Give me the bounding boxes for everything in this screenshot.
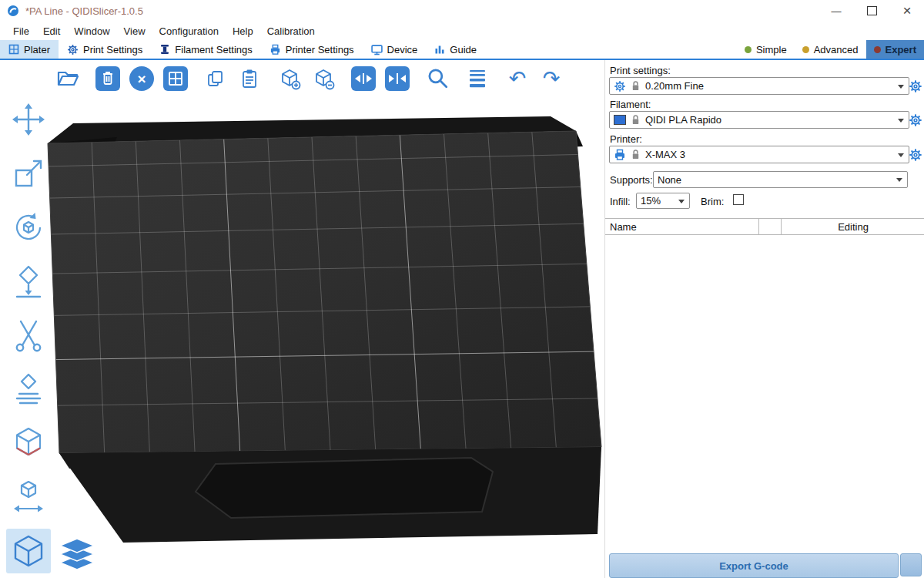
print-settings-value: 0.20mm Fine	[645, 80, 704, 92]
tab-filament-settings[interactable]: Filament Settings	[151, 40, 260, 59]
copy-button[interactable]	[203, 66, 228, 91]
move-tool[interactable]	[9, 100, 48, 139]
measure-tool[interactable]	[9, 478, 48, 516]
print-settings-gear-button[interactable]	[909, 79, 922, 93]
object-list[interactable]	[605, 235, 924, 543]
split-arrows-in-icon	[386, 67, 409, 90]
variable-layer-height-button[interactable]	[465, 66, 490, 91]
object-list-header: Name Editing	[605, 218, 924, 235]
paint-support-tool[interactable]	[9, 370, 48, 408]
plater-icon	[8, 44, 19, 55]
infill-value: 15%	[641, 195, 661, 207]
scale-icon	[11, 156, 46, 191]
circle-x-icon: ×	[137, 72, 146, 86]
filament-label: Filament:	[610, 99, 651, 110]
move-icon	[11, 102, 46, 137]
delete-button[interactable]	[95, 66, 120, 91]
view-mode-switcher	[6, 529, 97, 573]
filament-value: QIDI PLA Rapido	[645, 114, 721, 126]
cube-seam-icon	[11, 425, 46, 461]
arrange-button[interactable]	[163, 66, 188, 91]
title-bar: *PA Line - QIDISlicer-1.0.5	[0, 0, 924, 22]
simple-mode-dot-icon	[745, 46, 752, 53]
menu-edit[interactable]: Edit	[36, 22, 67, 40]
split-to-objects-button[interactable]	[351, 66, 376, 91]
export-options-button[interactable]	[900, 553, 922, 576]
close-button[interactable]: ×	[890, 0, 924, 22]
remove-instance-button[interactable]	[311, 66, 336, 91]
editor-cube-icon	[12, 534, 45, 568]
preview-view-button[interactable]	[57, 535, 97, 573]
print-settings-combo[interactable]: 0.20mm Fine	[609, 77, 909, 95]
gizmo-toolbar	[9, 100, 48, 516]
mode-expert[interactable]: Expert	[866, 40, 924, 59]
export-gcode-label: Export G-code	[719, 560, 788, 572]
cube-plus-icon	[278, 67, 301, 90]
infill-combo[interactable]: 15%	[636, 193, 690, 209]
viewport-3d[interactable]	[0, 60, 604, 578]
mode-label: Expert	[886, 44, 916, 55]
seam-paint-tool[interactable]	[9, 424, 48, 462]
rotate-tool[interactable]	[9, 208, 48, 247]
editor-view-button[interactable]	[6, 529, 51, 573]
expert-mode-dot-icon	[874, 46, 881, 53]
maximize-button[interactable]	[855, 0, 889, 22]
menu-help[interactable]: Help	[226, 22, 260, 40]
place-on-face-icon	[11, 264, 46, 299]
tab-label: Printer Settings	[286, 44, 354, 55]
folder-open-icon	[56, 67, 79, 90]
mode-label: Simple	[756, 44, 787, 55]
tab-print-settings[interactable]: Print Settings	[59, 40, 151, 59]
rotate-icon	[11, 210, 46, 245]
paste-button[interactable]	[237, 66, 262, 91]
tab-device[interactable]: Device	[363, 40, 427, 59]
guide-chart-icon	[434, 44, 445, 55]
brim-label: Brim:	[701, 196, 724, 207]
menu-calibration[interactable]: Calibration	[260, 22, 322, 40]
delete-all-button[interactable]: ×	[129, 66, 154, 91]
undo-button[interactable]: ↶	[505, 66, 530, 91]
place-on-face-tool[interactable]	[9, 262, 48, 301]
printer-gear-button[interactable]	[909, 148, 922, 162]
add-instance-button[interactable]	[277, 66, 302, 91]
window-title: *PA Line - QIDISlicer-1.0.5	[25, 5, 143, 17]
mode-label: Advanced	[814, 44, 859, 55]
export-gcode-button[interactable]: Export G-code	[609, 553, 899, 578]
printer-combo[interactable]: X-MAX 3	[609, 146, 909, 163]
tab-plater[interactable]: Plater	[0, 40, 59, 59]
mode-simple[interactable]: Simple	[737, 40, 795, 59]
chevron-down-icon	[896, 178, 902, 182]
app-logo	[7, 5, 19, 17]
tab-guide[interactable]: Guide	[426, 40, 485, 59]
open-project-button[interactable]	[55, 66, 80, 91]
search-button[interactable]	[425, 66, 450, 91]
menu-window[interactable]: Window	[67, 22, 116, 40]
cut-tool[interactable]	[9, 316, 48, 355]
trash-icon	[96, 67, 119, 90]
scale-tool[interactable]	[9, 154, 48, 193]
brim-checkbox[interactable]	[733, 194, 744, 205]
redo-button[interactable]: ↷	[539, 66, 564, 91]
split-to-parts-button[interactable]	[385, 66, 410, 91]
print-settings-label: Print settings:	[610, 65, 671, 76]
filament-combo[interactable]: QIDI PLA Rapido	[609, 111, 909, 129]
settings-panel: Print settings: 0.20mm Fine Filament: QI…	[604, 60, 924, 578]
tab-label: Device	[387, 44, 418, 55]
layers-preview-icon	[59, 537, 95, 571]
mode-advanced[interactable]: Advanced	[795, 40, 866, 59]
menu-configuration[interactable]: Configuration	[152, 22, 226, 40]
menu-view[interactable]: View	[117, 22, 152, 40]
menu-file[interactable]: File	[6, 22, 36, 40]
printer-label: Printer:	[610, 133, 642, 145]
scissors-icon	[11, 318, 46, 353]
gear-icon	[909, 79, 922, 93]
minimize-button[interactable]: —	[819, 0, 853, 22]
arrange-grid-icon	[164, 67, 187, 90]
tab-printer-settings[interactable]: Printer Settings	[261, 40, 363, 59]
supports-combo[interactable]: None	[653, 171, 908, 188]
chevron-down-icon	[898, 153, 904, 157]
tab-label: Filament Settings	[175, 44, 252, 55]
maximize-icon	[867, 6, 877, 15]
filament-gear-button[interactable]	[909, 113, 922, 127]
tab-label: Print Settings	[83, 44, 142, 55]
